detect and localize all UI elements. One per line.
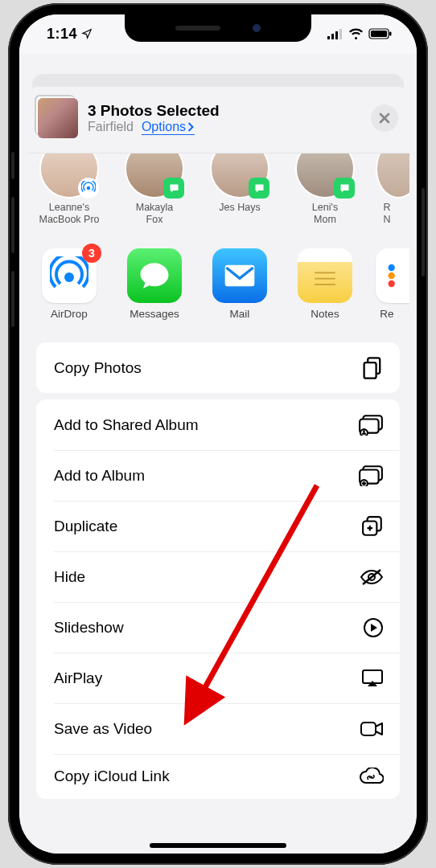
notch [125,14,311,42]
app-mail[interactable]: Mail [205,248,274,320]
messages-badge-icon [249,178,269,199]
app-label: Mail [205,308,274,320]
svg-rect-6 [389,32,392,36]
action-label: Add to Shared Album [54,416,199,434]
selection-title: 3 Photos Selected [88,102,361,120]
options-label: Options [142,120,186,134]
messages-badge-icon [334,178,355,199]
badge-count: 3 [82,244,101,263]
app-label: Notes [290,308,360,320]
status-time: 1:14 [47,26,93,43]
share-apps-row[interactable]: 3 AirDrop Messages Mail [27,234,409,328]
share-sheet: 3 Photos Selected Fairfield Options [27,87,409,854]
contact-name: Leni's [312,202,338,213]
svg-rect-2 [335,31,338,39]
action-duplicate[interactable]: Duplicate [36,501,400,551]
action-slideshow[interactable]: Slideshow [36,602,400,653]
action-airplay[interactable]: AirPlay [36,653,400,703]
close-icon [379,113,390,124]
action-save-as-video[interactable]: Save as Video [36,703,400,754]
selection-location: Fairfield [88,120,134,134]
svg-rect-3 [339,29,342,39]
action-label: Duplicate [54,518,117,535]
status-icons [327,28,393,39]
action-add-album[interactable]: Add to Album [36,450,400,501]
contact-item[interactable]: Leni'sMom [290,154,360,226]
action-hide[interactable]: Hide [36,551,400,602]
svg-rect-0 [327,36,330,39]
svg-rect-1 [331,34,334,39]
duplicate-icon [361,515,384,538]
contact-item[interactable]: MakaylaFox [120,154,189,226]
share-contacts-row[interactable]: Leanne'sMacBook Pro MakaylaFox [27,154,409,234]
svg-point-8 [64,272,74,282]
contact-item[interactable]: RN [376,154,398,226]
copy-icon [361,356,384,380]
app-airdrop[interactable]: 3 AirDrop [35,248,104,320]
action-label: Copy iCloud Link [54,768,170,785]
contact-name: Leanne's [49,202,89,213]
contact-name-2: Mom [314,214,336,225]
app-notes[interactable]: Notes [290,248,360,320]
app-label: Messages [120,308,189,320]
airplay-icon [361,669,384,688]
app-reminders[interactable]: Re [376,248,398,320]
video-icon [360,721,384,737]
messages-icon [138,259,171,293]
contact-name: R [383,202,390,213]
action-label: AirPlay [54,669,102,687]
svg-point-21 [363,430,365,432]
svg-point-14 [389,272,395,279]
app-label: Re [376,308,398,320]
hide-icon [360,568,384,586]
action-copy-photos[interactable]: Copy Photos [36,342,400,393]
close-button[interactable] [371,104,398,132]
screen: 1:14 3 Photos Selected Fairfield [19,14,417,854]
svg-point-13 [389,264,395,271]
chevron-right-icon [187,122,195,132]
action-label: Slideshow [54,619,124,637]
svg-rect-17 [364,362,376,379]
app-label: AirDrop [35,308,104,320]
side-button-power [422,188,425,276]
contact-name: Makayla [136,202,174,213]
battery-icon [368,28,393,39]
contact-item[interactable]: Jes Hays [205,154,274,226]
svg-point-7 [87,186,91,190]
cloud-link-icon [358,768,384,785]
contact-name: Jes Hays [219,202,260,213]
home-indicator[interactable] [150,843,286,848]
actions-card-1: Copy Photos [36,342,400,393]
svg-point-15 [389,280,395,287]
action-label: Add to Album [54,467,145,485]
app-messages[interactable]: Messages [120,248,189,320]
location-arrow-icon [81,28,93,39]
contact-name-2: MacBook Pro [39,214,99,225]
contact-item[interactable]: Leanne'sMacBook Pro [35,154,104,226]
side-buttons-left [11,152,14,393]
shared-album-icon [358,415,384,436]
wifi-icon [348,28,364,39]
contact-name-2: Fox [146,214,163,225]
selection-thumbnail[interactable] [38,98,78,138]
action-add-shared-album[interactable]: Add to Shared Album [36,399,400,450]
messages-badge-icon [163,178,184,199]
action-label: Save as Video [54,720,152,738]
svg-rect-9 [225,265,255,287]
time-label: 1:14 [47,26,77,43]
play-circle-icon [363,617,384,638]
contact-name-2: N [383,214,390,225]
airdrop-badge-icon [78,178,99,199]
mail-icon [223,264,257,288]
action-label: Hide [54,568,85,586]
cellular-icon [327,29,343,39]
phone-frame: 1:14 3 Photos Selected Fairfield [8,3,428,865]
action-copy-icloud-link[interactable]: Copy iCloud Link [36,754,400,799]
options-link[interactable]: Options [142,120,195,135]
svg-rect-5 [371,31,387,37]
reminders-icon [382,260,409,292]
actions-card-2: Add to Shared Album Add to Album Duplica… [36,399,400,799]
add-album-icon [358,465,384,486]
action-label: Copy Photos [54,359,142,377]
share-sheet-header: 3 Photos Selected Fairfield Options [27,87,409,154]
